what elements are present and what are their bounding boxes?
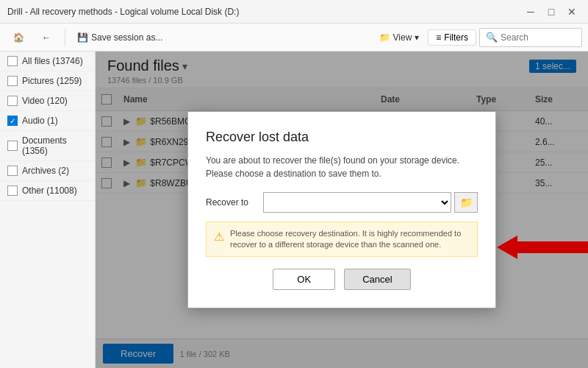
titlebar-left: Drill - All recovery methods - Logical v… [7, 7, 239, 17]
home-icon: 🏠 [12, 31, 25, 44]
recover-to-select[interactable] [263, 192, 451, 213]
search-input[interactable] [501, 32, 576, 43]
titlebar-controls: ─ □ ✕ [522, 3, 581, 21]
sidebar-label-6: Other (11008) [22, 185, 77, 196]
app-title: Drill - All recovery methods - Logical v… [7, 7, 239, 17]
sidebar-checkbox-5[interactable] [7, 166, 18, 176]
toolbar: 🏠 ← 💾 Save session as... 📁 View ▾ ≡ Filt… [0, 24, 588, 52]
sidebar-item-6[interactable]: Other (11008) [0, 181, 95, 201]
modal-description: You are about to recover the file(s) fou… [206, 154, 478, 180]
browse-folder-icon: 📁 [460, 197, 473, 208]
search-icon: 🔍 [486, 32, 498, 43]
filters-label: Filters [444, 32, 468, 43]
recover-modal: Recover lost data You are about to recov… [187, 111, 496, 309]
sidebar-label-2: Video (120) [22, 96, 68, 106]
arrow-head-icon [497, 236, 517, 259]
sidebar-label-0: All files (13746) [22, 56, 83, 66]
sidebar: All files (13746)Pictures (1259)Video (1… [0, 52, 96, 368]
recover-to-field: 📁 [263, 192, 478, 213]
sidebar-label-5: Archives (2) [22, 166, 69, 176]
sidebar-checkbox-2[interactable] [7, 96, 18, 106]
filters-button[interactable]: ≡ Filters [428, 29, 476, 46]
warning-text: Please choose recovery destination. It i… [230, 228, 470, 251]
sidebar-label-3: Audio (1) [22, 116, 58, 126]
ok-button[interactable]: OK [273, 269, 335, 290]
minimize-button[interactable]: ─ [522, 3, 539, 21]
main-layout: All files (13746)Pictures (1259)Video (1… [0, 52, 588, 368]
sidebar-checkbox-4[interactable] [7, 141, 18, 151]
sidebar-item-4[interactable]: Documents (1356) [0, 131, 95, 161]
sidebar-item-0[interactable]: All files (13746) [0, 52, 95, 71]
back-button[interactable]: ← [34, 28, 59, 47]
filters-icon: ≡ [436, 32, 441, 43]
content-area: Found files ▾ 1 selec... 13746 files / 1… [96, 52, 588, 368]
back-icon: ← [40, 31, 53, 44]
maximize-button[interactable]: □ [542, 3, 560, 21]
warning-icon: ⚠ [214, 229, 224, 251]
warning-box: ⚠ Please choose recovery destination. It… [206, 222, 478, 258]
sidebar-checkbox-6[interactable] [7, 185, 18, 196]
modal-overlay: Recover lost data You are about to recov… [96, 52, 588, 368]
home-button[interactable]: 🏠 [6, 28, 31, 47]
cancel-button[interactable]: Cancel [344, 269, 410, 290]
view-button[interactable]: 📁 View ▾ [373, 29, 426, 46]
save-session-label: Save session as... [91, 32, 162, 43]
save-icon: 💾 [77, 32, 88, 43]
sidebar-label-4: Documents (1356) [22, 135, 87, 156]
arrow-body [517, 241, 588, 253]
sidebar-item-3[interactable]: Audio (1) [0, 111, 95, 131]
sidebar-checkbox-3[interactable] [7, 116, 18, 126]
recover-to-row: Recover to 📁 [206, 192, 478, 213]
search-box: 🔍 [479, 28, 582, 47]
recover-to-label: Recover to [206, 197, 257, 208]
view-icon: 📁 [379, 32, 390, 43]
sidebar-items-list: All files (13746)Pictures (1259)Video (1… [0, 52, 95, 201]
modal-buttons: OK Cancel [206, 269, 478, 290]
close-button[interactable]: ✕ [563, 3, 581, 21]
browse-button[interactable]: 📁 [454, 192, 478, 213]
save-session-button[interactable]: 💾 Save session as... [71, 29, 168, 46]
sidebar-item-2[interactable]: Video (120) [0, 91, 95, 111]
sidebar-label-1: Pictures (1259) [22, 76, 82, 86]
modal-title: Recover lost data [206, 130, 478, 145]
sidebar-checkbox-0[interactable] [7, 56, 18, 66]
titlebar: Drill - All recovery methods - Logical v… [0, 0, 588, 24]
view-label: View [393, 32, 412, 43]
sidebar-item-5[interactable]: Archives (2) [0, 161, 95, 181]
view-chevron-icon: ▾ [415, 32, 419, 43]
toolbar-separator [65, 29, 65, 46]
sidebar-item-1[interactable]: Pictures (1259) [0, 71, 95, 91]
red-arrow-container [497, 236, 588, 259]
sidebar-checkbox-1[interactable] [7, 76, 18, 86]
